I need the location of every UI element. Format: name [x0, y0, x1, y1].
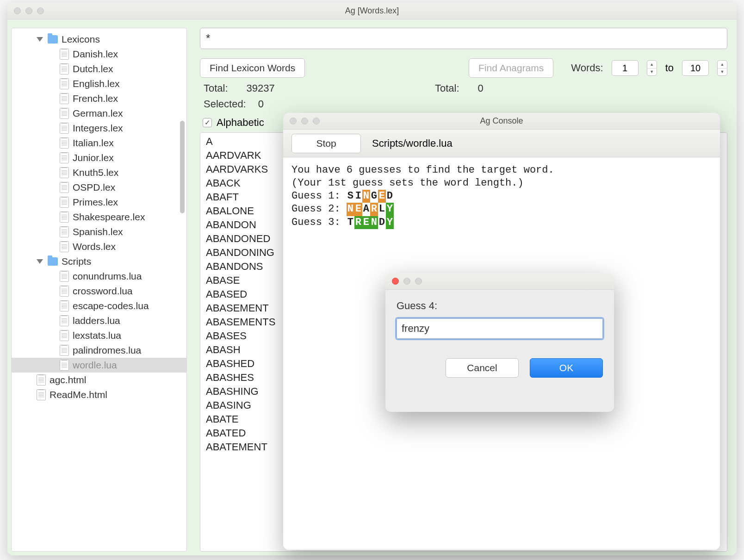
- file-row[interactable]: Primes.lex: [12, 195, 186, 210]
- guess-letter: E: [354, 203, 362, 216]
- close-icon[interactable]: [392, 278, 399, 285]
- file-label: ladders.lua: [73, 315, 120, 326]
- file-row[interactable]: crossword.lua: [12, 284, 186, 299]
- file-label: escape-codes.lua: [73, 300, 149, 311]
- file-row[interactable]: agc.html: [12, 373, 186, 387]
- file-row[interactable]: Danish.lex: [12, 47, 186, 62]
- chevron-down-icon[interactable]: [37, 37, 43, 42]
- search-row: [200, 28, 727, 49]
- guess-dialog: Guess 4: Cancel OK: [385, 273, 614, 412]
- file-icon: [60, 360, 69, 371]
- guess-letter: N: [370, 216, 378, 229]
- file-row[interactable]: palindromes.lua: [12, 343, 186, 358]
- file-icon: [60, 123, 69, 134]
- file-label: Knuth5.lex: [73, 167, 118, 178]
- zoom-icon: [415, 278, 422, 285]
- file-row[interactable]: Integers.lex: [12, 121, 186, 136]
- file-row[interactable]: Dutch.lex: [12, 62, 186, 76]
- guess-letter: R: [354, 216, 362, 229]
- alphabetic-checkbox[interactable]: ✓: [203, 118, 212, 127]
- find-anagrams-button[interactable]: Find Anagrams: [469, 58, 553, 78]
- file-icon: [60, 108, 69, 119]
- file-row[interactable]: German.lex: [12, 106, 186, 121]
- stop-button[interactable]: Stop: [291, 134, 361, 153]
- file-row[interactable]: English.lex: [12, 76, 186, 91]
- file-label: French.lex: [73, 93, 118, 104]
- words-to-input[interactable]: [682, 60, 709, 76]
- file-row[interactable]: ReadMe.html: [12, 387, 186, 402]
- folder-label: Lexicons: [62, 34, 100, 45]
- cancel-button[interactable]: Cancel: [446, 358, 519, 378]
- file-label: Words.lex: [73, 241, 116, 252]
- file-label: Dutch.lex: [73, 63, 113, 75]
- controls-row: Find Lexicon Words Find Anagrams Words: …: [200, 58, 727, 78]
- folder-icon: [48, 35, 58, 44]
- console-titlebar: Ag Console: [283, 113, 720, 130]
- words-label: Words:: [571, 62, 603, 74]
- guess-label: Guess 1:: [291, 190, 347, 203]
- file-row[interactable]: Junior.lex: [12, 150, 186, 165]
- file-row[interactable]: Shakespeare.lex: [12, 210, 186, 224]
- file-icon: [60, 330, 69, 341]
- guess-letters: TRENDY: [347, 216, 394, 229]
- file-row[interactable]: Spanish.lex: [12, 224, 186, 239]
- search-input[interactable]: [200, 28, 727, 49]
- file-row[interactable]: OSPD.lex: [12, 180, 186, 195]
- guess-label: Guess 3:: [291, 216, 347, 229]
- file-label: Italian.lex: [73, 137, 114, 149]
- guess-letter: E: [362, 216, 370, 229]
- file-icon: [60, 93, 69, 104]
- file-icon: [60, 152, 69, 163]
- file-label: palindromes.lua: [73, 345, 141, 356]
- file-row[interactable]: lexstats.lua: [12, 328, 186, 343]
- file-label: crossword.lua: [73, 286, 133, 297]
- file-row[interactable]: conundrums.lua: [12, 269, 186, 284]
- file-label: Primes.lex: [73, 197, 118, 208]
- main-titlebar: Ag [Words.lex]: [7, 3, 737, 19]
- file-icon: [60, 286, 69, 297]
- dialog-body: Guess 4: Cancel OK: [385, 290, 614, 387]
- ok-button[interactable]: OK: [530, 358, 603, 378]
- sidebar[interactable]: LexiconsDanish.lexDutch.lexEnglish.lexFr…: [11, 28, 187, 552]
- console-toolbar: Stop Scripts/wordle.lua: [283, 130, 720, 157]
- file-row[interactable]: ladders.lua: [12, 313, 186, 328]
- guess-input[interactable]: [397, 318, 603, 339]
- console-line: (Your 1st guess sets the word length.): [291, 177, 712, 190]
- file-row[interactable]: French.lex: [12, 91, 186, 106]
- sidebar-scrollbar[interactable]: [180, 121, 185, 213]
- file-row[interactable]: wordle.lua: [12, 358, 186, 373]
- chevron-down-icon[interactable]: [37, 259, 43, 264]
- file-row[interactable]: Knuth5.lex: [12, 165, 186, 180]
- file-icon: [60, 167, 69, 178]
- guess-letter: S: [347, 190, 354, 203]
- minimize-icon: [403, 278, 410, 285]
- guess-line: Guess 2: NEARLY: [291, 203, 712, 216]
- guess-letter: R: [370, 203, 378, 216]
- file-label: Junior.lex: [73, 152, 114, 163]
- file-row[interactable]: Italian.lex: [12, 136, 186, 150]
- guess-letters: SINGED: [347, 190, 394, 203]
- guess-letter: D: [378, 216, 386, 229]
- folder-row[interactable]: Lexicons: [12, 32, 186, 47]
- guess-letter: D: [386, 190, 394, 203]
- total-right-value: 0: [478, 82, 484, 94]
- console-title: Ag Console: [283, 116, 720, 126]
- totals-row: Total: 39237 Total: 0: [200, 81, 727, 96]
- guess-letter: L: [378, 203, 386, 216]
- file-row[interactable]: escape-codes.lua: [12, 299, 186, 313]
- words-from-input[interactable]: [612, 60, 639, 76]
- find-lexicon-button[interactable]: Find Lexicon Words: [200, 58, 305, 78]
- guess-letter: T: [347, 216, 354, 229]
- file-label: lexstats.lua: [73, 330, 121, 341]
- guess-letters: NEARLY: [347, 203, 394, 216]
- selected-row: Selected: 0: [200, 96, 727, 112]
- file-icon: [60, 345, 69, 356]
- file-icon: [60, 315, 69, 326]
- words-to-stepper[interactable]: ▲▼: [717, 60, 727, 76]
- console-line: You have 6 guesses to find the target wo…: [291, 164, 712, 177]
- file-icon: [60, 212, 69, 223]
- words-from-stepper[interactable]: ▲▼: [647, 60, 657, 76]
- file-row[interactable]: Words.lex: [12, 239, 186, 254]
- alphabetic-label: Alphabetic: [217, 117, 264, 129]
- folder-row[interactable]: Scripts: [12, 254, 186, 269]
